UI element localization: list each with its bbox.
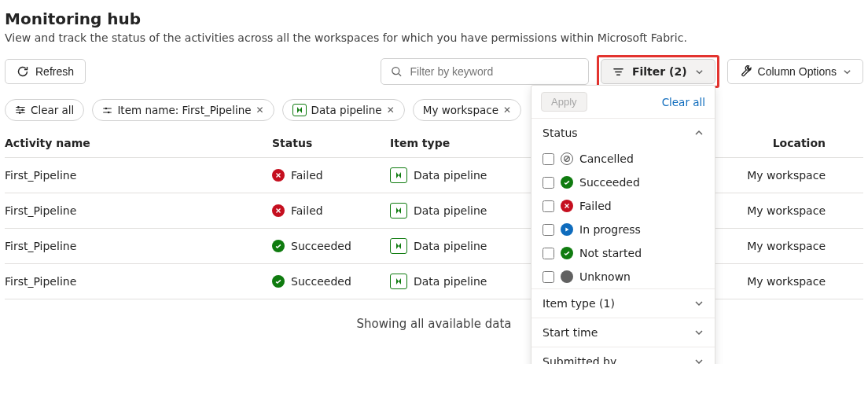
status-inprogress-icon xyxy=(561,223,573,236)
pipeline-icon xyxy=(390,274,407,289)
chip-item-name[interactable]: Item name: First_Pipeline ✕ xyxy=(92,99,274,121)
option-label: Failed xyxy=(579,200,612,212)
section-label: Status xyxy=(542,127,578,139)
svg-point-4 xyxy=(19,112,21,114)
footer-note: Showing all available data xyxy=(5,299,863,348)
type-text: Data pipeline xyxy=(414,275,487,288)
chevron-up-icon xyxy=(694,128,704,138)
chevron-down-icon xyxy=(843,68,851,76)
status-failed-icon xyxy=(272,169,285,182)
table-row[interactable]: First_PipelineFailedData pipeline4:15 PM… xyxy=(5,193,863,229)
clear-all-chip[interactable]: Clear all xyxy=(5,99,84,121)
filter-section[interactable]: Submitted by xyxy=(531,347,715,364)
status-text: Failed xyxy=(291,204,323,217)
svg-line-8 xyxy=(565,157,569,161)
panel-clear-all[interactable]: Clear all xyxy=(662,96,705,108)
pipeline-icon xyxy=(390,238,407,254)
option-label: Unknown xyxy=(579,270,631,283)
column-options-button[interactable]: Column Options xyxy=(727,59,863,84)
col-activity-name[interactable]: Activity name xyxy=(5,129,272,158)
filter-section[interactable]: Item type (1) xyxy=(531,288,715,318)
refresh-button[interactable]: Refresh xyxy=(5,59,86,84)
pipeline-icon xyxy=(390,203,407,219)
close-icon[interactable]: ✕ xyxy=(503,105,511,116)
filter-button-highlight: Filter (2) xyxy=(597,55,719,88)
chip-label: My workspace xyxy=(423,104,498,116)
section-label: Submitted by xyxy=(542,355,616,364)
search-input[interactable] xyxy=(408,64,579,79)
checkbox[interactable] xyxy=(542,153,554,165)
filter-label: Filter (2) xyxy=(632,65,687,78)
filter-option-unknown[interactable]: Unknown xyxy=(531,265,715,288)
filter-option-succeeded[interactable]: Succeeded xyxy=(531,171,715,194)
page-subtitle: View and track the status of the activit… xyxy=(5,31,863,44)
col-item-type[interactable]: Item type xyxy=(390,129,531,158)
clear-all-label: Clear all xyxy=(31,104,74,116)
search-input-wrap[interactable] xyxy=(381,58,589,85)
table-row[interactable]: First_PipelineFailedData pipeline3:40 PM… xyxy=(5,158,863,193)
svg-point-0 xyxy=(392,68,399,75)
filter-option-failed[interactable]: Failed xyxy=(531,194,715,218)
cell-activity-name: First_Pipeline xyxy=(5,264,272,299)
status-succeeded-icon xyxy=(272,240,285,252)
cell-location: My workspace xyxy=(736,264,863,299)
wrench-icon xyxy=(739,65,752,78)
filter-button[interactable]: Filter (2) xyxy=(601,59,715,84)
tune-icon xyxy=(102,105,112,116)
type-text: Data pipeline xyxy=(414,204,487,217)
tune-icon xyxy=(15,105,26,116)
checkbox[interactable] xyxy=(542,200,554,212)
svg-point-6 xyxy=(108,111,110,113)
filter-option-cancelled[interactable]: Cancelled xyxy=(531,147,715,171)
pipeline-icon xyxy=(292,104,307,116)
status-succeeded-icon xyxy=(561,176,573,189)
chip-workspace[interactable]: My workspace ✕ xyxy=(413,99,521,121)
filter-option-notstarted[interactable]: Not started xyxy=(531,241,715,265)
option-label: Succeeded xyxy=(579,176,640,189)
type-text: Data pipeline xyxy=(414,169,487,182)
chip-data-pipeline[interactable]: Data pipeline ✕ xyxy=(282,99,405,121)
col-status[interactable]: Status xyxy=(272,129,390,158)
checkbox[interactable] xyxy=(542,224,554,236)
search-icon xyxy=(391,65,402,78)
option-label: In progress xyxy=(579,223,641,236)
cell-activity-name: First_Pipeline xyxy=(5,229,272,264)
table-row[interactable]: First_PipelineSucceededData pipeline6:08… xyxy=(5,264,863,299)
status-failed-icon xyxy=(561,200,573,212)
cell-location: My workspace xyxy=(736,229,863,264)
checkbox[interactable] xyxy=(542,177,554,189)
svg-point-2 xyxy=(17,106,20,108)
filter-icon xyxy=(612,66,624,78)
chevron-down-icon xyxy=(694,328,704,337)
col-location[interactable]: Location xyxy=(736,129,863,158)
filter-option-inprogress[interactable]: In progress xyxy=(531,218,715,241)
column-options-label: Column Options xyxy=(758,65,837,78)
chevron-down-icon xyxy=(694,299,704,308)
chip-label: Data pipeline xyxy=(311,104,382,116)
section-label: Item type (1) xyxy=(542,297,615,310)
filter-section[interactable]: Start time xyxy=(531,318,715,347)
chevron-down-icon xyxy=(694,357,704,364)
cell-location: My workspace xyxy=(736,158,863,193)
table-row[interactable]: First_PipelineSucceededData pipeline3:42… xyxy=(5,229,863,264)
checkbox[interactable] xyxy=(542,248,554,259)
cell-activity-name: First_Pipeline xyxy=(5,193,272,229)
refresh-label: Refresh xyxy=(35,65,74,78)
option-label: Not started xyxy=(579,247,642,259)
checkbox[interactable] xyxy=(542,271,554,283)
chip-label: Item name: First_Pipeline xyxy=(117,104,251,116)
svg-point-3 xyxy=(21,109,24,112)
close-icon[interactable]: ✕ xyxy=(256,105,264,116)
status-succeeded-icon xyxy=(272,275,285,288)
refresh-icon xyxy=(17,65,29,78)
chevron-down-icon xyxy=(695,68,704,76)
filter-panel: Apply Clear all Status CancelledSucceede… xyxy=(531,85,715,364)
status-text: Failed xyxy=(291,169,323,182)
section-status[interactable]: Status xyxy=(531,118,715,147)
close-icon[interactable]: ✕ xyxy=(387,105,395,116)
cell-activity-name: First_Pipeline xyxy=(5,158,272,193)
activities-table: Activity name Status Item type Start tim… xyxy=(5,129,863,299)
cell-location: My workspace xyxy=(736,193,863,229)
status-notstarted-icon xyxy=(561,247,573,259)
apply-button[interactable]: Apply xyxy=(541,92,587,112)
